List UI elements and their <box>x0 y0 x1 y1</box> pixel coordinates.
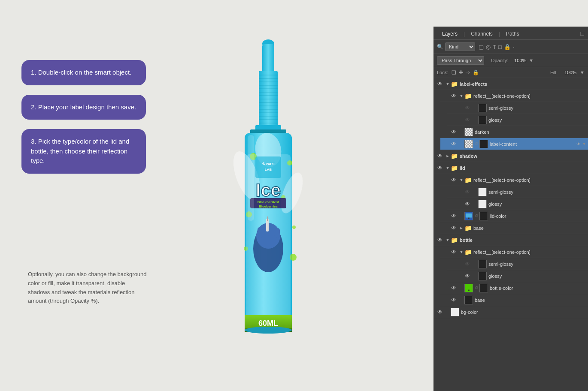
layer-semi-glossy-1[interactable]: 👁 semi-glossy <box>447 102 588 114</box>
layer-thumb <box>464 212 473 220</box>
svg-point-30 <box>290 254 297 261</box>
layer-name: base <box>473 226 586 231</box>
visibility-toggle[interactable]: 👁 <box>451 129 456 135</box>
expand-icon[interactable]: ▼ <box>460 250 464 254</box>
search-icon: 🔍 <box>437 44 443 50</box>
lock-artboard-icon[interactable]: ⇨ <box>466 69 470 75</box>
visibility-toggle[interactable]: 👁 <box>451 285 456 291</box>
blend-mode-row: Pass Through Normal Multiply Screen Opac… <box>433 54 588 67</box>
expand-icon[interactable]: ▼ <box>446 82 450 86</box>
svg-point-28 <box>292 226 296 229</box>
step3-box: 3. Pick the type/color of the lid and bo… <box>21 129 146 174</box>
tab-layers[interactable]: Layers <box>438 29 462 39</box>
expand-icon[interactable]: ▼ <box>460 178 464 182</box>
visibility-toggle[interactable]: 👁 <box>451 249 456 255</box>
layer-thumb <box>478 116 487 124</box>
visibility-toggle[interactable]: 👁 <box>437 153 443 159</box>
chain-icon: ♲ <box>475 141 479 146</box>
folder-icon: 📁 <box>464 225 472 232</box>
lock-position-icon[interactable]: ✚ <box>459 69 463 75</box>
chain-icon: ♲ <box>475 214 479 218</box>
panel-tabs: Layers | Channels | Paths □ <box>433 27 588 40</box>
layer-name: glossy <box>488 274 586 279</box>
layer-name: semi-glossy <box>488 262 586 267</box>
layer-label-content[interactable]: 👁 ♲ label-content 👁 ▼ <box>440 138 588 150</box>
visibility-toggle[interactable]: 👁 <box>451 177 456 183</box>
layer-name: reflect__[select-one-option] <box>473 177 586 183</box>
layer-reflect-bottle[interactable]: 👁 ▼ 📁 reflect__[select-one-option] <box>440 246 588 258</box>
lock-label: Lock: <box>437 70 448 75</box>
layer-semi-glossy-bottle[interactable]: 👁 semi-glossy <box>447 258 588 270</box>
visibility-toggle[interactable]: 👁 <box>451 225 456 231</box>
layer-name: shadow <box>460 153 586 159</box>
shape-filter-icon[interactable]: □ <box>498 44 502 50</box>
layer-lid-color[interactable]: 👁 ♲ lid-color <box>440 210 588 222</box>
tab-paths[interactable]: Paths <box>502 29 524 39</box>
visibility-toggle[interactable]: 👁 <box>451 213 456 219</box>
svg-rect-55 <box>466 285 472 289</box>
panel-resize-icon[interactable]: □ <box>580 30 585 34</box>
layer-darken[interactable]: 👁 darken <box>440 126 588 138</box>
layer-label-effects[interactable]: 👁 ▼ 📁 label-effects <box>433 78 588 90</box>
adjustment-filter-icon[interactable]: ◎ <box>486 44 491 50</box>
layer-thumb <box>464 140 473 148</box>
opacity-chevron[interactable]: ▼ <box>529 58 533 63</box>
lock-all-icon[interactable]: 🔒 <box>473 69 479 75</box>
expand-icon[interactable]: ▼ <box>446 238 450 242</box>
visibility-toggle[interactable]: 👁 <box>437 309 443 315</box>
layer-name: reflect__[select-one-option] <box>473 93 586 99</box>
lock-badge: 👁 <box>576 142 580 146</box>
dots-filter-icon[interactable]: ⋅ <box>513 44 515 50</box>
layer-lid[interactable]: 👁 ▼ 📁 lid <box>433 162 588 174</box>
layer-name: semi-glossy <box>488 105 586 111</box>
smart-filter-icon[interactable]: 🔒 <box>504 44 511 50</box>
layer-bottle-color[interactable]: 👁 ♲ bottle-color <box>440 282 588 294</box>
step1-text: 1. Double-click on the smart object. <box>31 69 131 76</box>
folder-icon: 📁 <box>451 237 458 244</box>
visibility-toggle[interactable]: 👁 <box>465 201 470 207</box>
layer-shadow[interactable]: 👁 ► 📁 shadow <box>433 150 588 162</box>
expand-icon[interactable]: ► <box>446 154 450 158</box>
visibility-toggle[interactable]: 👁 <box>465 189 470 195</box>
layer-reflect-lid[interactable]: 👁 ▼ 📁 reflect__[select-one-option] <box>440 174 588 186</box>
visibility-toggle[interactable]: 👁 <box>451 141 456 147</box>
layer-glossy-lid[interactable]: 👁 glossy <box>447 198 588 210</box>
svg-rect-46 <box>267 217 268 221</box>
visibility-toggle[interactable]: 👁 <box>437 81 443 87</box>
layer-base-bottle[interactable]: 👁 base <box>440 294 588 306</box>
visibility-toggle[interactable]: 👁 <box>451 93 456 99</box>
step1-box: 1. Double-click on the smart object. <box>21 60 146 85</box>
layer-bg-color[interactable]: 👁 bg-color <box>433 306 588 318</box>
svg-rect-53 <box>466 213 472 217</box>
blend-mode-select[interactable]: Pass Through Normal Multiply Screen <box>437 56 484 65</box>
layer-name: lid-color <box>490 214 586 219</box>
filter-kind-select[interactable]: Kind <box>445 42 475 51</box>
tab-channels[interactable]: Channels <box>467 29 497 39</box>
lock-pixels-icon[interactable]: ❏ <box>452 69 456 75</box>
layer-glossy-bottle[interactable]: 👁 glossy <box>447 270 588 282</box>
layer-glossy-1[interactable]: 👁 glossy <box>447 114 588 126</box>
visibility-toggle[interactable]: 👁 <box>465 273 470 279</box>
fill-chevron[interactable]: ▼ <box>580 70 585 75</box>
visibility-toggle[interactable]: 👁 <box>451 297 456 303</box>
svg-text:Blueberries: Blueberries <box>259 205 278 208</box>
visibility-toggle[interactable]: 👁 <box>465 261 470 267</box>
layer-semi-glossy-lid[interactable]: 👁 semi-glossy <box>447 186 588 198</box>
visibility-toggle[interactable]: 👁 <box>437 237 443 243</box>
layer-mask-thumb <box>479 212 488 220</box>
visibility-toggle[interactable]: 👁 <box>465 117 470 123</box>
expand-icon[interactable]: ▼ <box>460 94 464 98</box>
layer-options-icon[interactable]: ▼ <box>582 141 586 146</box>
expand-icon[interactable]: ► <box>460 226 464 230</box>
pixel-filter-icon[interactable]: ▢ <box>479 44 484 50</box>
svg-rect-43 <box>270 226 275 237</box>
layer-bottle[interactable]: 👁 ▼ 📁 bottle <box>433 234 588 246</box>
step2-text: 2. Place your label design then save. <box>31 103 136 111</box>
type-filter-icon[interactable]: T <box>493 44 496 50</box>
expand-icon[interactable]: ▼ <box>446 166 450 170</box>
visibility-toggle[interactable]: 👁 <box>465 105 470 111</box>
instructions-panel: 1. Double-click on the smart object. 2. … <box>21 60 146 183</box>
layer-base-lid[interactable]: 👁 ► 📁 base <box>440 222 588 234</box>
visibility-toggle[interactable]: 👁 <box>437 165 443 171</box>
layer-reflect-label[interactable]: 👁 ▼ 📁 reflect__[select-one-option] <box>440 90 588 102</box>
